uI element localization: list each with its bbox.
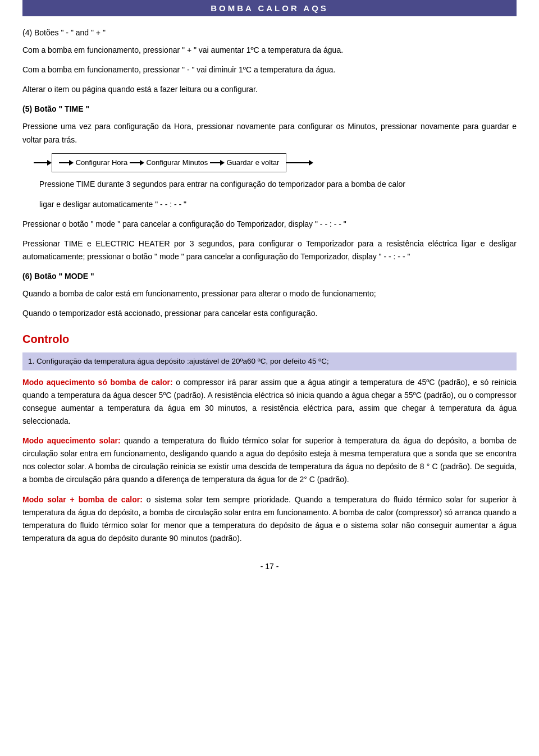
header-title: BOMBA CALOR AQS — [211, 3, 328, 13]
section5-para2: Pressione TIME durante 3 segundos para e… — [39, 178, 517, 191]
flow-diagram: Configurar Hora Configurar Minutos Guard… — [34, 153, 517, 173]
section5-para1: Pressione uma vez para configuração da H… — [22, 120, 517, 146]
section4-para1: Com a bomba em funcionamento, pressionar… — [22, 44, 517, 57]
mode3-para: Modo solar + bomba de calor: o sistema s… — [22, 493, 517, 545]
controlo-heading: Controlo — [22, 330, 517, 348]
page: BOMBA CALOR AQS (4) Botões " - " and " +… — [0, 0, 539, 756]
flow-step1-text: Configurar Hora — [76, 158, 128, 167]
svg-marker-5 — [140, 160, 144, 166]
mode2-para: Modo aquecimento solar: quando a tempera… — [22, 434, 517, 486]
section5-para5: Pressionar TIME e ELECTRIC HEATER por 3 … — [22, 237, 517, 263]
flow-step2-arrow — [210, 157, 225, 168]
section5-para4: Pressionar o botão " mode " para cancela… — [22, 218, 517, 231]
flow-box-outer: Configurar Hora Configurar Minutos Guard… — [52, 153, 286, 173]
section4-title: (4) Botões " - " and " + " — [22, 26, 517, 39]
flow-step2-text: Configurar Minutos — [146, 158, 208, 167]
section5-para3: ligar e desligar automaticamente " - - :… — [39, 198, 517, 211]
page-number: - 17 - — [261, 562, 279, 571]
svg-marker-3 — [69, 160, 74, 166]
mode1-para: Modo aquecimento só bomba de calor: o co… — [22, 376, 517, 428]
svg-marker-9 — [309, 160, 313, 166]
flow-step3-text: Guardar e voltar — [226, 158, 279, 167]
controlo-section: Controlo 1. Configuração da temperatura … — [22, 330, 517, 545]
mode1-label: Modo aquecimento só bomba de calor: — [22, 378, 173, 387]
section-4: (4) Botões " - " and " + " Com a bomba e… — [22, 26, 517, 96]
section-6: (6) Botão " MODE " Quando a bomba de cal… — [22, 270, 517, 320]
flow-step1-arrow2 — [130, 157, 144, 168]
section5-title: (5) Botão " TIME " — [22, 103, 517, 116]
config1-bar: 1. Configuração da temperatura água depó… — [22, 352, 517, 370]
page-footer: - 17 - — [22, 562, 517, 571]
flow-arrow-start — [34, 157, 52, 168]
section6-title: (6) Botão " MODE " — [22, 270, 517, 283]
mode3-label: Modo solar + bomba de calor: — [22, 495, 143, 504]
mode2-label: Modo aquecimento solar: — [22, 436, 121, 445]
flow-step1-arrow — [59, 157, 74, 168]
section6-para2: Quando o temporizador está accionado, pr… — [22, 307, 517, 320]
section4-para2: Com a bomba em funcionamento, pressionar… — [22, 63, 517, 76]
section6-para1: Quando a bomba de calor está em funciona… — [22, 287, 517, 300]
flow-arrow-end — [286, 157, 313, 168]
flow-step1-label: Configurar Hora Configurar Minutos Guard… — [59, 157, 279, 169]
svg-marker-7 — [220, 160, 225, 166]
config1-label: 1. Configuração da temperatura água depó… — [28, 357, 329, 365]
svg-marker-1 — [47, 160, 52, 166]
section4-para3: Alterar o item ou página quando está a f… — [22, 83, 517, 96]
section-5: (5) Botão " TIME " Pressione uma vez par… — [22, 103, 517, 263]
page-header: BOMBA CALOR AQS — [22, 0, 517, 16]
